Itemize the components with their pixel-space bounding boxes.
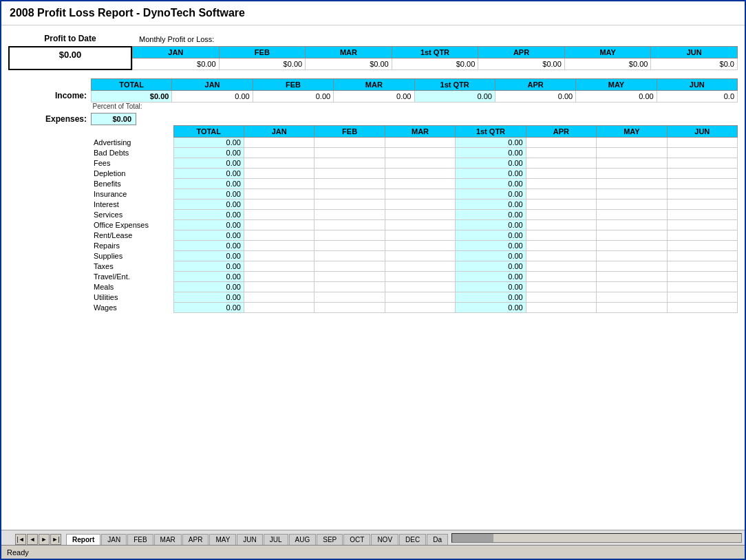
- expenses-total-table: $0.00: [91, 113, 136, 125]
- tabs-bar: |◄ ◄ ► ►| ReportJANFEBMARAPRMAYJUNJULAUG…: [1, 530, 745, 545]
- top-header-table: JAN FEB MAR 1st QTR APR MAY JUN $0.00 $0…: [132, 46, 738, 70]
- expense-row: Taxes0.000.00: [91, 261, 738, 272]
- expense-row: Depletion0.000.00: [91, 169, 738, 179]
- monthly-profit-label: Monthly Profit or Loss:: [132, 34, 214, 43]
- expenses-table: TOTAL JAN FEB MAR 1st QTR APR MAY JUN Ad…: [91, 125, 738, 313]
- tab-scrollbar[interactable]: [451, 533, 742, 543]
- top-val-1stqtr: $0.00: [392, 58, 478, 70]
- inc-val-jun: 0.0: [657, 91, 737, 103]
- exp-col-total: TOTAL: [173, 126, 244, 138]
- tab-nov[interactable]: NOV: [371, 534, 398, 545]
- tabs-container: ReportJANFEBMARAPRMAYJUNJULAUGSEPOCTNOVD…: [66, 534, 449, 545]
- expense-row: Interest0.000.00: [91, 200, 738, 210]
- inc-col-total: TOTAL: [92, 79, 172, 91]
- top-col-mar: MAR: [306, 47, 392, 58]
- percent-of-total: Percent of Total:: [92, 103, 738, 111]
- tab-da[interactable]: Da: [427, 534, 448, 545]
- inc-col-may: MAY: [576, 79, 657, 91]
- top-val-jan: $0.00: [133, 58, 220, 70]
- inc-col-1stqtr: 1st QTR: [414, 79, 495, 91]
- tab-may[interactable]: MAY: [209, 534, 236, 545]
- top-col-jan: JAN: [133, 47, 220, 58]
- status-bar: Ready: [1, 545, 745, 559]
- tab-dec[interactable]: DEC: [399, 534, 426, 545]
- tab-apr[interactable]: APR: [182, 534, 209, 545]
- nav-first[interactable]: |◄: [15, 534, 26, 545]
- expense-row: Advertising0.000.00: [91, 138, 738, 148]
- exp-col-may: MAY: [597, 126, 667, 138]
- title-bar: 2008 Profit Loss Report - DynoTech Softw…: [1, 1, 745, 25]
- income-label: Income:: [8, 78, 91, 100]
- tab-jan[interactable]: JAN: [101, 534, 127, 545]
- expense-row: Wages0.000.00: [91, 303, 738, 313]
- tab-sep[interactable]: SEP: [317, 534, 343, 545]
- nav-next[interactable]: ►: [39, 534, 50, 545]
- top-col-apr: APR: [478, 47, 565, 58]
- expenses-total-value: $0.00: [92, 114, 136, 125]
- inc-col-feb: FEB: [253, 79, 333, 91]
- exp-col-jan: JAN: [244, 126, 314, 138]
- inc-val-may: 0.00: [576, 91, 657, 103]
- sheet-nav: |◄ ◄ ► ►|: [15, 534, 62, 545]
- expense-row: Insurance0.000.00: [91, 189, 738, 200]
- expense-row: Bad Debts0.000.00: [91, 148, 738, 158]
- expense-row: Fees0.000.00: [91, 158, 738, 169]
- expense-row: Services0.000.00: [91, 210, 738, 220]
- status-text: Ready: [7, 548, 29, 557]
- expense-row: Office Expenses0.000.00: [91, 220, 738, 230]
- expense-row: Repairs0.000.00: [91, 241, 738, 251]
- expense-row: Supplies0.000.00: [91, 251, 738, 261]
- top-val-apr: $0.00: [478, 58, 565, 70]
- expense-row: Utilities0.000.00: [91, 292, 738, 303]
- main-window: 2008 Profit Loss Report - DynoTech Softw…: [0, 0, 746, 560]
- top-col-1stqtr: 1st QTR: [392, 47, 478, 58]
- tab-jul[interactable]: JUL: [264, 534, 288, 545]
- top-val-mar: $0.00: [306, 58, 392, 70]
- top-col-feb: FEB: [219, 47, 306, 58]
- content-area: Profit to Date Monthly Profit or Loss: $…: [1, 25, 745, 530]
- tab-feb[interactable]: FEB: [127, 534, 153, 545]
- tab-mar[interactable]: MAR: [154, 534, 182, 545]
- nav-last[interactable]: ►|: [50, 534, 61, 545]
- tab-oct[interactable]: OCT: [343, 534, 370, 545]
- top-val-jun: $0.0: [651, 58, 738, 70]
- inc-val-jan: 0.00: [172, 91, 253, 103]
- top-val-feb: $0.00: [219, 58, 306, 70]
- expenses-label: Expenses:: [8, 113, 91, 124]
- inc-val-mar: 0.00: [334, 91, 414, 103]
- tab-jun[interactable]: JUN: [237, 534, 262, 545]
- expenses-content: $0.00 TOTAL JAN FEB MAR 1st QTR APR MAY …: [91, 113, 738, 313]
- exp-col-mar: MAR: [385, 126, 455, 138]
- profit-to-date-label: Profit to Date: [8, 34, 132, 45]
- top-val-may: $0.00: [564, 58, 651, 70]
- tab-aug[interactable]: AUG: [289, 534, 317, 545]
- inc-col-mar: MAR: [334, 79, 414, 91]
- top-col-jun: JUN: [651, 47, 738, 58]
- expense-row: Rent/Lease0.000.00: [91, 230, 738, 241]
- income-table: TOTAL JAN FEB MAR 1st QTR APR MAY JUN $0…: [91, 78, 738, 110]
- expense-row: Travel/Ent.0.000.00: [91, 272, 738, 282]
- app-title: 2008 Profit Loss Report - DynoTech Softw…: [10, 7, 245, 19]
- inc-col-jun: JUN: [657, 79, 737, 91]
- exp-col-feb: FEB: [315, 126, 385, 138]
- tab-report[interactable]: Report: [66, 534, 100, 545]
- expense-row: Meals0.000.00: [91, 282, 738, 292]
- expense-row: Benefits0.000.00: [91, 179, 738, 189]
- tab-scrollbar-thumb: [452, 534, 493, 542]
- exp-col-jun: JUN: [667, 126, 737, 138]
- inc-val-apr: 0.00: [495, 91, 575, 103]
- inc-val-feb: 0.00: [253, 91, 333, 103]
- profit-value: $0.00: [8, 46, 132, 70]
- inc-val-1stqtr: 0.00: [414, 91, 495, 103]
- nav-prev[interactable]: ◄: [27, 534, 38, 545]
- inc-col-jan: JAN: [172, 79, 253, 91]
- inc-col-apr: APR: [495, 79, 575, 91]
- top-col-may: MAY: [564, 47, 651, 58]
- exp-col-1stqtr: 1st QTR: [456, 126, 526, 138]
- exp-col-apr: APR: [526, 126, 596, 138]
- inc-val-total: $0.00: [92, 91, 172, 103]
